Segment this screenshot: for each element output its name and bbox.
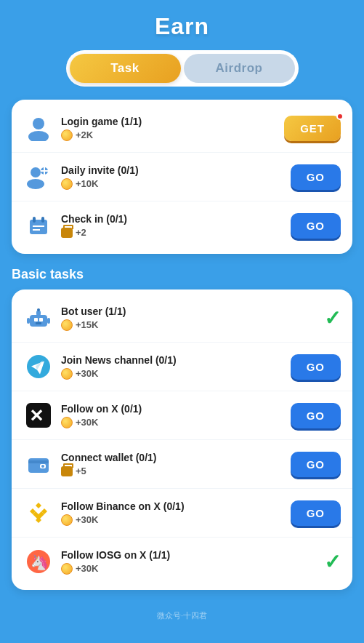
done-checkmark: ✓ — [324, 306, 341, 330]
iosg-icon: 🦄 — [23, 546, 54, 577]
invite-icon — [23, 161, 54, 192]
iosg-task-reward: +30K — [61, 563, 324, 575]
login-task-name: Login game (1/1) — [61, 116, 284, 127]
bot-task-name: Bot user (1/1) — [61, 305, 324, 317]
wallet-task-name: Connect wallet (0/1) — [61, 452, 291, 463]
bot-task-reward: +15K — [61, 319, 324, 331]
svg-point-3 — [27, 179, 44, 189]
news-task-info: Join News channel (0/1) +30K — [61, 354, 291, 380]
wallet-task-reward: +5 — [61, 466, 291, 476]
basic-tasks-card: Bot user (1/1) +15K ✓ Join News channel … — [12, 289, 352, 590]
page-header: Earn — [0, 0, 364, 50]
login-task-reward: +2K — [61, 129, 284, 141]
followx-task-reward: +30K — [61, 417, 291, 428]
svg-point-1 — [28, 131, 49, 141]
basic-section-label: Basic tasks — [12, 267, 352, 282]
bot-task-info: Bot user (1/1) +15K — [61, 305, 324, 331]
task-row: Join News channel (0/1) +30K GO — [12, 343, 352, 391]
task-row: ✕ Follow on X (0/1) +30K GO — [12, 391, 352, 440]
task-row: Bot user (1/1) +15K ✓ — [12, 294, 352, 343]
invite-task-info: Daily invite (0/1) +10K — [61, 164, 291, 190]
svg-rect-26 — [28, 460, 49, 463]
svg-rect-18 — [27, 318, 30, 324]
svg-point-2 — [31, 167, 41, 177]
wallet-go-button[interactable]: GO — [291, 452, 341, 477]
binance-task-name: Follow Binance on X (0/1) — [61, 500, 291, 512]
svg-text:✕: ✕ — [29, 406, 44, 426]
svg-text:🦄: 🦄 — [31, 554, 49, 571]
binance-go-button[interactable]: GO — [291, 500, 341, 526]
task-row: Connect wallet (0/1) +5 GO — [12, 440, 352, 489]
checkin-go-button[interactable]: GO — [291, 213, 341, 239]
invite-task-name: Daily invite (0/1) — [61, 164, 291, 176]
svg-marker-31 — [36, 517, 41, 523]
binance-task-reward: +30K — [61, 514, 291, 526]
task-row: Follow Binance on X (0/1) +30K GO — [12, 489, 352, 538]
svg-point-0 — [33, 118, 44, 129]
iosg-task-info: Follow IOSG on X (1/1) +30K — [61, 549, 324, 575]
briefcase-icon — [61, 466, 73, 476]
news-go-button[interactable]: GO — [291, 354, 341, 380]
coin-icon — [61, 368, 73, 380]
news-task-name: Join News channel (0/1) — [61, 354, 291, 366]
binance-task-info: Follow Binance on X (0/1) +30K — [61, 500, 291, 526]
telegram-icon — [23, 351, 54, 382]
wallet-task-info: Connect wallet (0/1) +5 — [61, 452, 291, 476]
task-row: Daily invite (0/1) +10K GO — [12, 153, 352, 201]
binance-icon — [23, 498, 54, 528]
done-checkmark: ✓ — [324, 550, 341, 574]
svg-rect-19 — [47, 318, 50, 324]
checkin-icon — [23, 210, 54, 241]
wallet-icon — [23, 449, 54, 479]
notification-dot — [336, 113, 344, 120]
login-get-button[interactable]: GET — [284, 116, 341, 141]
coin-icon — [61, 129, 73, 141]
invite-task-reward: +10K — [61, 178, 291, 190]
followx-task-info: Follow on X (0/1) +30K — [61, 403, 291, 428]
coin-icon — [61, 178, 73, 190]
briefcase-icon — [61, 228, 73, 238]
svg-point-25 — [41, 465, 44, 468]
svg-rect-12 — [30, 315, 47, 327]
followx-task-name: Follow on X (0/1) — [61, 403, 291, 415]
checkin-task-info: Check in (0/1) +2 — [61, 213, 291, 238]
svg-rect-9 — [41, 217, 44, 223]
news-task-reward: +30K — [61, 368, 291, 380]
followx-go-button[interactable]: GO — [291, 403, 341, 428]
checkin-task-name: Check in (0/1) — [61, 213, 291, 225]
svg-rect-15 — [36, 322, 41, 324]
svg-marker-27 — [36, 503, 41, 508]
page-title: Earn — [155, 13, 209, 39]
bot-icon — [23, 303, 54, 333]
login-task-info: Login game (1/1) +2K — [61, 116, 284, 141]
svg-rect-16 — [36, 311, 41, 316]
coin-icon — [61, 417, 73, 428]
daily-tasks-card: Login game (1/1) +2K GET Daily invite (0… — [12, 100, 352, 254]
watermark: 微众号·十四君 — [0, 603, 364, 633]
login-icon — [23, 113, 54, 143]
svg-rect-8 — [33, 217, 36, 223]
x-icon: ✕ — [23, 400, 54, 431]
svg-rect-14 — [39, 318, 43, 322]
task-row: 🦄 Follow IOSG on X (1/1) +30K ✓ — [12, 538, 352, 586]
coin-icon — [61, 514, 73, 526]
coin-icon — [61, 563, 73, 575]
invite-go-button[interactable]: GO — [291, 164, 341, 190]
tab-airdrop[interactable]: Airdrop — [184, 54, 295, 83]
checkin-task-reward: +2 — [61, 227, 291, 238]
coin-icon — [61, 319, 73, 331]
iosg-task-name: Follow IOSG on X (1/1) — [61, 549, 324, 561]
task-row: Check in (0/1) +2 GO — [12, 201, 352, 249]
tab-bar: Task Airdrop — [66, 50, 299, 87]
tab-task[interactable]: Task — [70, 54, 181, 83]
task-row: Login game (1/1) +2K GET — [12, 104, 352, 153]
svg-point-17 — [37, 308, 40, 311]
svg-rect-13 — [34, 318, 38, 322]
